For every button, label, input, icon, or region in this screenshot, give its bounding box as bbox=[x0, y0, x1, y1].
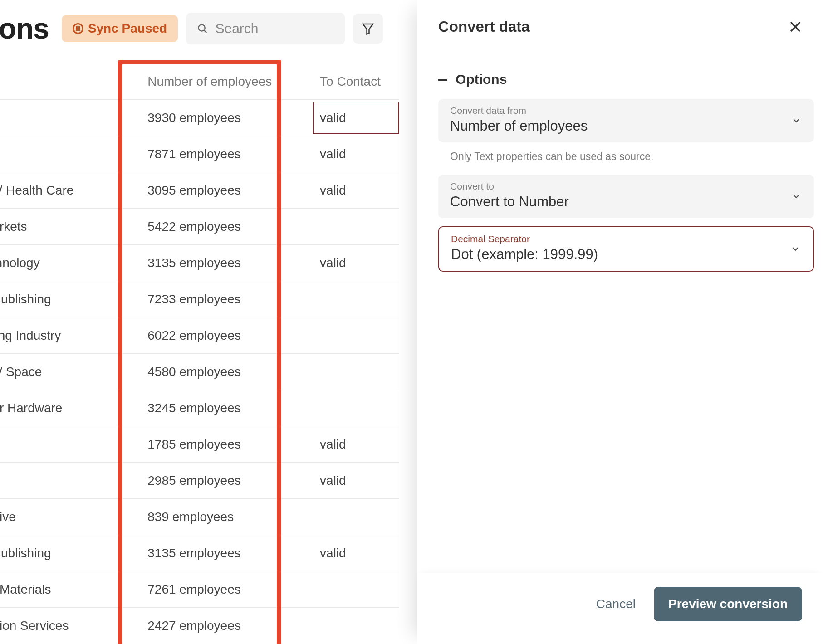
col-header-employees[interactable]: Number of employees bbox=[134, 74, 306, 89]
cell-contact[interactable]: valid bbox=[306, 546, 399, 561]
decimal-separator-value: Dot (example: 1999.99) bbox=[451, 246, 802, 263]
svg-line-1 bbox=[204, 30, 206, 33]
preview-conversion-button[interactable]: Preview conversion bbox=[654, 587, 802, 621]
cell-industry[interactable]: nation Services bbox=[0, 619, 134, 633]
cell-industry[interactable]: e Publishing bbox=[0, 292, 134, 307]
table-row[interactable]: e Publishing7233 employees bbox=[0, 281, 399, 317]
table-row[interactable]: nation Services2427 employees bbox=[0, 608, 399, 644]
pause-icon bbox=[73, 23, 83, 34]
decimal-separator-label: Decimal Separator bbox=[451, 234, 802, 244]
convert-from-value: Number of employees bbox=[450, 118, 803, 134]
cell-employees[interactable]: 2985 employees bbox=[134, 473, 306, 488]
sync-paused-badge[interactable]: Sync Paused bbox=[62, 15, 178, 42]
search-input[interactable] bbox=[215, 21, 334, 36]
cell-employees[interactable]: 6022 employees bbox=[134, 328, 306, 343]
col-header-contact[interactable]: To Contact bbox=[306, 74, 399, 89]
panel-title: Convert data bbox=[438, 18, 530, 35]
col-header-industry[interactable]: try bbox=[0, 74, 134, 89]
table-row[interactable]: tal / Health Care3095 employeesvalid bbox=[0, 172, 399, 209]
table-row[interactable]: uter Hardware3245 employees bbox=[0, 390, 399, 426]
options-toggle[interactable]: Options bbox=[438, 72, 814, 87]
cell-contact[interactable]: valid bbox=[306, 256, 399, 270]
chevron-down-icon bbox=[790, 244, 800, 254]
cell-industry[interactable]: shing Industry bbox=[0, 328, 134, 343]
cell-industry[interactable]: notive bbox=[0, 510, 134, 524]
search-icon bbox=[197, 22, 208, 35]
cell-employees[interactable]: 2427 employees bbox=[134, 619, 306, 633]
cell-industry[interactable]: y bbox=[0, 147, 134, 161]
cell-employees[interactable]: 1785 employees bbox=[134, 437, 306, 452]
cell-industry[interactable]: tal / Health Care bbox=[0, 183, 134, 198]
sync-paused-label: Sync Paused bbox=[88, 21, 167, 36]
convert-to-label: Convert to bbox=[450, 181, 803, 192]
cell-contact[interactable]: valid bbox=[306, 437, 399, 452]
convert-from-hint: Only Text properties can be used as sour… bbox=[450, 151, 814, 163]
cell-industry[interactable]: se / Space bbox=[0, 365, 134, 379]
table-row[interactable]: cs1785 employeesvalid bbox=[0, 426, 399, 463]
page-title: tions bbox=[0, 12, 49, 45]
convert-to-select[interactable]: Convert to Convert to Number bbox=[438, 175, 814, 218]
chevron-down-icon bbox=[791, 116, 801, 126]
cell-industry[interactable]: c bbox=[0, 473, 134, 488]
table-row[interactable]: 3930 employeesvalid bbox=[0, 100, 399, 136]
cancel-button[interactable]: Cancel bbox=[596, 597, 636, 611]
cell-employees[interactable]: 3135 employees bbox=[134, 546, 306, 561]
cell-industry[interactable]: echnology bbox=[0, 256, 134, 270]
convert-data-panel: Convert data Options Convert data from N… bbox=[417, 0, 823, 644]
minus-icon bbox=[438, 79, 447, 81]
table-row[interactable]: shing Industry6022 employees bbox=[0, 317, 399, 354]
svg-point-0 bbox=[199, 24, 205, 31]
cell-employees[interactable]: 4580 employees bbox=[134, 365, 306, 379]
cell-industry[interactable]: cs bbox=[0, 437, 134, 452]
table-row[interactable]: e Publishing3135 employeesvalid bbox=[0, 535, 399, 571]
cell-employees[interactable]: 5422 employees bbox=[134, 220, 306, 234]
options-label: Options bbox=[456, 72, 507, 87]
filter-icon bbox=[361, 22, 375, 35]
cell-employees[interactable]: 7261 employees bbox=[134, 582, 306, 597]
table-row[interactable]: c2985 employeesvalid bbox=[0, 463, 399, 499]
cell-contact[interactable]: valid bbox=[313, 102, 399, 134]
cell-employees[interactable]: 3930 employees bbox=[134, 111, 306, 125]
table-row[interactable]: ng Materials7261 employees bbox=[0, 571, 399, 608]
cell-employees[interactable]: 3095 employees bbox=[134, 183, 306, 198]
close-icon[interactable] bbox=[789, 20, 802, 34]
cell-industry[interactable]: markets bbox=[0, 220, 134, 234]
convert-from-label: Convert data from bbox=[450, 105, 803, 116]
cell-employees[interactable]: 3135 employees bbox=[134, 256, 306, 270]
cell-employees[interactable]: 839 employees bbox=[134, 510, 306, 524]
cell-industry[interactable]: uter Hardware bbox=[0, 401, 134, 415]
table-row[interactable]: markets5422 employees bbox=[0, 209, 399, 245]
cell-industry[interactable]: ng Materials bbox=[0, 582, 134, 597]
convert-from-select[interactable]: Convert data from Number of employees bbox=[438, 99, 814, 142]
decimal-separator-select[interactable]: Decimal Separator Dot (example: 1999.99) bbox=[438, 226, 814, 272]
cell-contact[interactable]: valid bbox=[306, 183, 399, 198]
filter-button[interactable] bbox=[353, 14, 383, 44]
convert-to-value: Convert to Number bbox=[450, 194, 803, 210]
cell-contact[interactable]: valid bbox=[306, 473, 399, 488]
table-header-row: try Number of employees To Contact bbox=[0, 63, 399, 100]
cell-industry[interactable]: e Publishing bbox=[0, 546, 134, 561]
cell-employees[interactable]: 3245 employees bbox=[134, 401, 306, 415]
cell-employees[interactable]: 7871 employees bbox=[134, 147, 306, 161]
table-row[interactable]: se / Space4580 employees bbox=[0, 354, 399, 390]
table-row[interactable]: y7871 employeesvalid bbox=[0, 136, 399, 172]
cell-contact[interactable]: valid bbox=[306, 147, 399, 161]
data-table: try Number of employees To Contact 3930 … bbox=[0, 63, 399, 644]
table-row[interactable]: notive839 employees bbox=[0, 499, 399, 535]
search-box[interactable] bbox=[186, 13, 345, 44]
cell-employees[interactable]: 7233 employees bbox=[134, 292, 306, 307]
chevron-down-icon bbox=[791, 191, 801, 201]
svg-marker-2 bbox=[363, 24, 373, 34]
table-row[interactable]: echnology3135 employeesvalid bbox=[0, 245, 399, 281]
